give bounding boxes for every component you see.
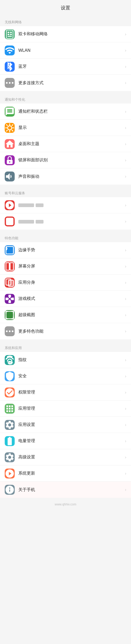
svg-point-9 (8, 126, 12, 130)
label-edge-gesture: 边缘手势 (18, 247, 123, 253)
settings-item-bluetooth[interactable]: 蓝牙› (0, 59, 131, 75)
account-name (18, 203, 123, 208)
settings-item-advanced[interactable]: 高级设置› (0, 449, 131, 465)
section-header-network: 无线和网络 (0, 16, 131, 26)
account-name (18, 219, 123, 224)
label-game-mode: 游戏模式 (18, 296, 123, 301)
screenshot-icon (5, 310, 15, 320)
chevron-right-icon: › (125, 358, 126, 362)
chevron-right-icon: › (125, 48, 126, 53)
label-display: 显示 (18, 125, 123, 130)
label-app-settings: 应用设置 (18, 422, 123, 428)
settings-item-security[interactable]: 安全› (0, 368, 131, 384)
label-battery: 电量管理 (18, 438, 123, 444)
svg-point-19 (9, 161, 10, 162)
svg-point-27 (6, 330, 8, 332)
settings-item-battery[interactable]: 电量管理› (0, 433, 131, 449)
app-settings-icon (5, 420, 15, 430)
settings-item-more-features[interactable]: 更多特色功能› (0, 323, 131, 339)
chevron-right-icon: › (125, 329, 126, 334)
chevron-right-icon: › (125, 142, 126, 146)
settings-group-system: 指纹›安全›权限管理›应用管理›应用设置›电量管理›高级设置›系统更新›关于手机… (0, 352, 131, 498)
sound-icon (5, 172, 15, 181)
chevron-right-icon: › (125, 109, 126, 114)
label-screenshot: 超级截图 (18, 312, 123, 318)
svg-line-14 (7, 124, 7, 125)
battery-icon (5, 436, 15, 446)
settings-item-about[interactable]: 关于手机› (0, 482, 131, 498)
label-app-management: 应用管理 (18, 406, 123, 411)
svg-rect-4 (10, 34, 12, 35)
settings-item-update[interactable]: 系统更新› (0, 465, 131, 482)
chevron-right-icon: › (125, 126, 126, 130)
label-bluetooth: 蓝牙 (18, 64, 123, 69)
home-icon (5, 139, 15, 149)
settings-item-app-settings[interactable]: 应用设置› (0, 417, 131, 433)
chevron-right-icon: › (125, 297, 126, 301)
label-more-connections: 更多连接方式 (18, 80, 123, 86)
svg-rect-3 (8, 34, 9, 35)
svg-rect-26 (6, 311, 14, 319)
svg-rect-0 (6, 30, 13, 38)
settings-group-accounts: ›› (0, 197, 131, 230)
settings-item-sound[interactable]: 声音和振动› (0, 168, 131, 185)
label-security: 安全 (18, 373, 123, 379)
chevron-right-icon: › (125, 64, 126, 69)
chevron-right-icon: › (125, 203, 126, 208)
chevron-right-icon: › (125, 174, 126, 179)
label-lockscreen: 锁屏和面部识别 (18, 157, 123, 163)
svg-point-7 (9, 82, 10, 84)
chevron-right-icon: › (125, 158, 126, 163)
settings-item-wlan[interactable]: WLAN› (0, 42, 131, 59)
chevron-right-icon: › (125, 81, 126, 85)
bluetooth-icon (5, 62, 15, 72)
chevron-right-icon: › (125, 374, 126, 379)
chevron-right-icon: › (125, 32, 126, 37)
settings-item-lockscreen[interactable]: 锁屏和面部识别› (0, 152, 131, 168)
svg-line-17 (12, 124, 13, 125)
section-header-system: 系统和应用 (0, 342, 131, 352)
svg-point-28 (9, 330, 10, 332)
label-notification-bar: 通知栏和状态栏 (18, 109, 123, 114)
section-header-accounts: 账号和云服务 (0, 187, 131, 197)
chevron-right-icon: › (125, 406, 126, 411)
settings-item-desktop-theme[interactable]: 桌面和主题› (0, 136, 131, 152)
watermark: www.qhhiv.com (0, 500, 131, 508)
settings-item-fingerprint[interactable]: 指纹› (0, 352, 131, 368)
settings-item-account2[interactable]: › (0, 213, 131, 230)
chevron-right-icon: › (125, 439, 126, 443)
clone-icon (5, 278, 15, 288)
settings-item-more-connections[interactable]: 更多连接方式› (0, 75, 131, 91)
svg-rect-20 (6, 218, 14, 225)
settings-item-app-management[interactable]: 应用管理› (0, 401, 131, 417)
settings-item-permissions[interactable]: 权限管理› (0, 384, 131, 401)
update-icon (5, 469, 15, 478)
label-permissions: 权限管理 (18, 390, 123, 395)
settings-item-split-screen[interactable]: 屏幕分屏› (0, 258, 131, 275)
label-split-screen: 屏幕分屏 (18, 264, 123, 269)
svg-point-29 (12, 330, 13, 332)
label-sound: 声音和振动 (18, 174, 123, 179)
section-header-special: 特色功能 (0, 232, 131, 242)
wifi-icon (5, 45, 15, 55)
settings-item-app-clone[interactable]: 应用分身› (0, 275, 131, 291)
settings-item-display[interactable]: 显示› (0, 120, 131, 136)
security-icon (5, 371, 15, 381)
settings-item-game-mode[interactable]: 游戏模式› (0, 291, 131, 307)
page-title: 设置 (0, 0, 131, 14)
label-more-features: 更多特色功能 (18, 329, 123, 334)
section-header-personalization: 通知和个性化 (0, 94, 131, 104)
split-icon (5, 261, 15, 271)
account-red-icon (5, 200, 15, 210)
settings-item-dual-sim[interactable]: 双卡和移动网络› (0, 26, 131, 42)
display-icon (5, 123, 15, 133)
svg-rect-25 (8, 280, 13, 286)
gear-icon (5, 452, 15, 462)
settings-item-notification-bar[interactable]: 通知栏和状态栏› (0, 104, 131, 120)
settings-item-account1[interactable]: › (0, 197, 131, 213)
chevron-right-icon: › (125, 248, 126, 253)
settings-item-screenshot[interactable]: 超级截图› (0, 307, 131, 323)
svg-rect-2 (10, 32, 12, 33)
svg-point-8 (12, 82, 13, 84)
settings-item-edge-gesture[interactable]: 边缘手势› (0, 242, 131, 258)
